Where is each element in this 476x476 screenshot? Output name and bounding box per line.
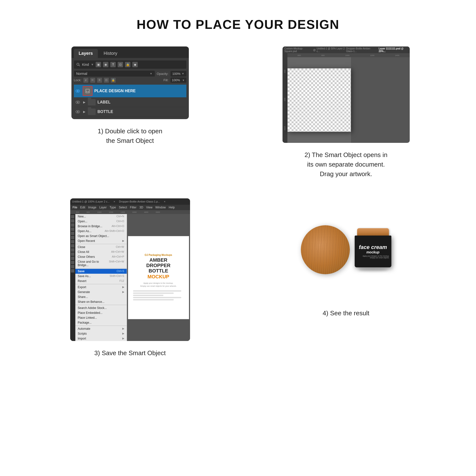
menu-item-closebridge[interactable]: Close and Go to Bridge...Shift+Ctrl+W — [75, 259, 127, 268]
menu-filter[interactable]: Filter — [130, 206, 136, 209]
cell-step-2: Custom-Mockup-Square.psd @ Untitled-1 @ … — [245, 47, 447, 179]
menu-item-automate[interactable]: Automate▶ — [75, 326, 127, 331]
menu-item-import[interactable]: Import▶ — [75, 336, 127, 341]
tool-11[interactable] — [71, 256, 74, 260]
cell-step-1: Layers History Kind ▼ ▣ ◉ T ⊡ — [29, 47, 231, 179]
tab-history[interactable]: History — [99, 49, 122, 58]
tool-12[interactable] — [71, 261, 74, 264]
menu-help[interactable]: Help — [169, 206, 175, 209]
layer-expand-3[interactable]: ▶ — [83, 110, 85, 114]
tool-14[interactable] — [71, 269, 74, 272]
menu-view[interactable]: View — [146, 206, 153, 209]
menu-item-share[interactable]: Share... — [75, 294, 127, 299]
lock-icon-art[interactable]: ⊡ — [104, 78, 109, 83]
opacity-input[interactable]: 100% ▼ — [170, 71, 187, 77]
menu-item-open[interactable]: Open...Ctrl+O — [75, 219, 127, 224]
visibility-eye-3[interactable] — [75, 109, 81, 115]
menu-panel: Untitled-1 @ 100% (Layer 2 c... × Droppe… — [70, 198, 190, 341]
step-2-caption: 2) The Smart Object opens inits own sepa… — [305, 150, 388, 179]
file-dropdown: New...Ctrl+N Open...Ctrl+O Browse in Bri… — [75, 214, 127, 341]
tool-13[interactable] — [71, 265, 74, 268]
step-1-number: 1) — [98, 127, 103, 135]
menu-edit[interactable]: Edit — [80, 206, 85, 209]
layer-name-3: BOTTLE — [98, 110, 113, 114]
menu-item-sharebehance[interactable]: Share on Behance... — [75, 299, 127, 304]
tool-1[interactable] — [71, 215, 74, 219]
tool-8[interactable] — [71, 244, 74, 248]
icon-shape: ⊡ — [118, 62, 123, 67]
tool-10[interactable] — [71, 253, 74, 256]
tool-6[interactable] — [71, 236, 74, 239]
tool-3[interactable] — [71, 223, 74, 227]
tab-layers[interactable]: Layers — [74, 49, 98, 58]
menu-item-export[interactable]: Export▶ — [75, 285, 127, 289]
menu-item-bridge[interactable]: Browse in Bridge...Alt+Ctrl+O — [75, 224, 127, 229]
menu-window[interactable]: Window — [155, 206, 166, 209]
main-grid: Layers History Kind ▼ ▣ ◉ T ⊡ — [0, 47, 476, 358]
blend-mode-select[interactable]: Normal ▼ — [74, 71, 155, 77]
menu-item-save[interactable]: SaveCtrl+S — [75, 269, 127, 274]
layer-bottle[interactable]: ▶ BOTTLE — [74, 107, 187, 117]
doc-line1: AMBER — [150, 257, 167, 263]
tool-5[interactable] — [71, 232, 74, 235]
ruler-row: 600 800 1000 1200 1400 — [283, 53, 410, 57]
menu-select[interactable]: Select — [119, 206, 127, 209]
menu-item-adobestock[interactable]: Search Adobe Stock... — [75, 306, 127, 310]
menu-item-package[interactable]: Package... — [75, 320, 127, 325]
canvas-tab-1[interactable]: Custom-Mockup-Square.psd — [285, 47, 312, 52]
doc-subtitle: OJ Packaging Mockups — [145, 254, 172, 256]
lock-icon-brush[interactable]: ✏ — [90, 78, 95, 83]
doc-line2: DROPPER — [146, 263, 170, 268]
canvas-tab-4[interactable]: Layer 1111111.psd @ 25%... — [379, 47, 408, 52]
tool-4[interactable] — [71, 227, 74, 231]
menu-item-scripts[interactable]: Scripts▶ — [75, 331, 127, 336]
tool-9[interactable] — [71, 248, 74, 252]
menu-item-close[interactable]: CloseCtrl+W — [75, 245, 127, 250]
layer-place-design[interactable]: PS PLACE DESIGN HERE — [74, 85, 187, 98]
menu-item-revert[interactable]: RevertF12 — [75, 279, 127, 284]
menu-3d[interactable]: 3D — [139, 206, 143, 209]
visibility-eye-1[interactable] — [75, 88, 81, 94]
tool-7[interactable] — [71, 240, 74, 243]
menu-item-recent[interactable]: Open Recent▶ — [75, 238, 127, 243]
canvas-tab-2[interactable]: Untitled-1 @ 50% Layer 2 c... — [317, 47, 345, 52]
layer-label[interactable]: ▶ LABEL — [74, 98, 187, 107]
menu-item-closeothers[interactable]: Close OthersAlt+Ctrl+P — [75, 255, 127, 259]
menu-type[interactable]: Type — [110, 206, 116, 209]
tool-2[interactable] — [71, 219, 74, 222]
layer-expand-2[interactable]: ▶ — [83, 101, 85, 104]
folder-icon-3 — [88, 109, 96, 115]
lock-icon-grid[interactable]: # — [84, 78, 88, 83]
menu-item-placeembedded[interactable]: Place Embedded... — [75, 310, 127, 315]
fill-value: 100% — [172, 78, 180, 82]
wood-lid-circle — [301, 225, 350, 274]
menu-item-closeall[interactable]: Close AllAlt+Ctrl+W — [75, 250, 127, 255]
menu-item-openas[interactable]: Open As...Alt+Shift+Ctrl+O — [75, 229, 127, 234]
canvas-tab-3[interactable]: Dropper-Bottle-Amber-Glass-1... — [346, 47, 378, 52]
doc-line3: BOTTLE — [149, 268, 168, 273]
layer-name-2: LABEL — [98, 100, 111, 104]
menu-item-generate[interactable]: Generate▶ — [75, 289, 127, 294]
menu-layer[interactable]: Layer — [99, 206, 107, 209]
menu-topbar-doc2: Dropper-Bottle-Amber-Glass-1.p... — [119, 200, 160, 203]
menu-topbar-doc1: × — [114, 200, 115, 203]
svg-point-11 — [77, 111, 79, 113]
fill-input[interactable]: 100% ▼ — [170, 78, 187, 83]
canvas-panel: Custom-Mockup-Square.psd @ Untitled-1 @ … — [283, 47, 410, 143]
canvas-document — [288, 68, 351, 132]
lock-icon-move[interactable]: ✛ — [97, 78, 102, 83]
menu-item-opensmart[interactable]: Open as Smart Object... — [75, 234, 127, 238]
menu-topbar-doc3: × — [164, 200, 165, 203]
menu-item-new[interactable]: New...Ctrl+N — [75, 214, 127, 219]
menu-file[interactable]: File — [73, 206, 77, 209]
kind-label: Kind — [82, 63, 89, 67]
visibility-eye-2[interactable] — [75, 99, 81, 105]
menu-item-placelinked[interactable]: Place Linked... — [75, 315, 127, 320]
search-icon — [76, 63, 80, 67]
step-1-caption: 1) Double click to openthe Smart Object — [98, 126, 162, 146]
lock-icon-lock2[interactable]: 🔒 — [111, 78, 116, 83]
menu-item-saveas[interactable]: Save As...Shift+Ctrl+S — [75, 274, 127, 279]
menu-image[interactable]: Image — [88, 206, 96, 209]
menu-topbar-file: Untitled-1 @ 100% (Layer 2 c... — [72, 200, 110, 203]
step-2-number: 2) — [305, 151, 310, 158]
